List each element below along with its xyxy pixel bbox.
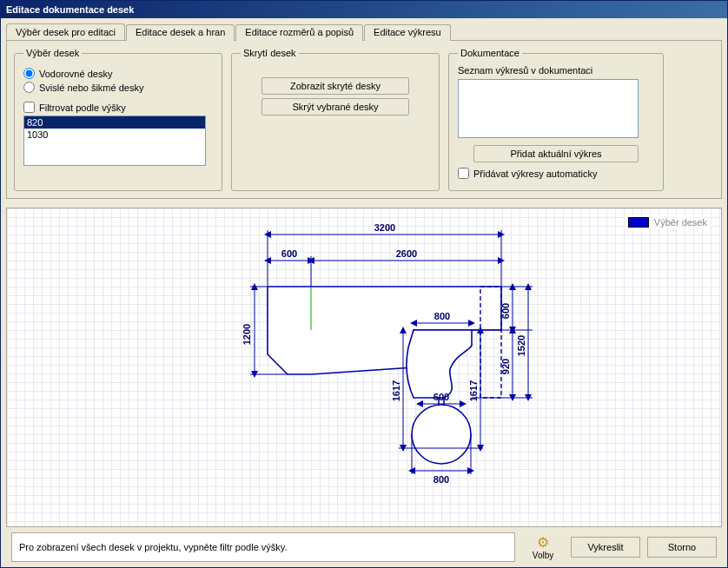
drawing-legend: Výběr desek [625,215,711,229]
dim-label: 600 [500,303,511,319]
btn-show-hidden[interactable]: Zobrazit skryté desky [261,77,409,95]
tab-select-boards[interactable]: Výběr desek pro editaci [6,23,125,40]
radio-vertical-label: Svislé nebo šikmé desky [39,83,143,93]
title-bar: Editace dokumentace desek [1,1,727,18]
btn-add-current-drawing[interactable]: Přidat aktuální výkres [473,145,639,162]
auto-add-label: Přidávat výkresy automaticky [473,168,597,179]
cancel-button[interactable]: Storno [647,537,717,558]
render-button[interactable]: Vykreslit [571,537,640,558]
panel-hide-legend: Skrytí desek [241,48,299,58]
dim-label: 1617 [468,380,479,401]
list-item[interactable]: 1030 [24,129,205,141]
dim-label: 800 [433,474,449,485]
tab-strip: Výběr desek pro editaci Editace desek a … [6,23,722,41]
doc-list-box[interactable] [458,79,639,138]
checkbox-filter-height[interactable] [23,102,35,113]
dim-label: 920 [500,359,511,374]
drawing-canvas[interactable]: Výběr desek [6,208,722,527]
options-label: Volby [533,551,553,560]
filter-height-label: Filtrovat podle výšky [39,102,126,113]
options-button[interactable]: ⚙ Volby [522,534,564,560]
panel-doc-legend: Dokumentace [458,48,522,58]
panel-select-legend: Výběr desek [23,48,82,58]
checkbox-auto-add[interactable] [458,168,469,179]
panel-select-boards: Výběr desek Vodorovné desky Svislé nebo … [14,48,222,191]
dim-label: 1200 [242,324,252,345]
hint-box: Pro zobrazení všech desek v projektu, vy… [11,532,515,562]
panel-documentation: Dokumentace Seznam výkresů v dokumentaci… [448,48,664,191]
window: Editace dokumentace desek Výběr desek pr… [0,0,728,568]
legend-text: Výběr desek [654,217,707,228]
hint-text: Pro zobrazení všech desek v projektu, vy… [19,542,288,552]
gear-icon: ⚙ [537,534,549,551]
tab-edit-drawing[interactable]: Editace výkresu [364,24,451,41]
drawing-svg: 3200 600 2600 1200 800 600 [7,208,719,504]
dim-label: 1520 [516,335,526,356]
radio-vertical-angled[interactable] [23,82,35,93]
window-title: Editace dokumentace desek [6,4,134,15]
panel-hide-boards: Skrytí desek Zobrazit skryté desky Skrýt… [231,48,440,191]
tab-edit-boards-edges[interactable]: Editace desek a hran [126,24,235,41]
dim-label: 800 [434,311,450,321]
dim-label: 3200 [374,222,395,233]
legend-swatch [628,217,649,228]
doc-list-label: Seznam výkresů v dokumentaci [458,65,654,76]
btn-hide-selected[interactable]: Skrýt vybrané desky [261,98,409,116]
list-item[interactable]: 820 [24,116,205,129]
bottom-bar: Pro zobrazení všech desek v projektu, vy… [6,527,722,567]
tab-body: Výběr desek Vodorovné desky Svislé nebo … [6,41,722,199]
tab-edit-dims-descr[interactable]: Editace rozměrů a popisů [235,24,363,41]
dim-label: 600 [433,392,449,402]
dim-label: 1617 [391,380,401,401]
dim-label: 2600 [396,248,417,259]
height-listbox[interactable]: 820 1030 [23,116,206,166]
radio-horizontal[interactable] [23,68,35,79]
radio-horizontal-label: Vodorovné desky [39,69,112,79]
dim-label: 600 [281,248,297,259]
svg-point-1 [412,405,471,464]
content-area: Výběr desek pro editaci Editace desek a … [1,18,727,567]
